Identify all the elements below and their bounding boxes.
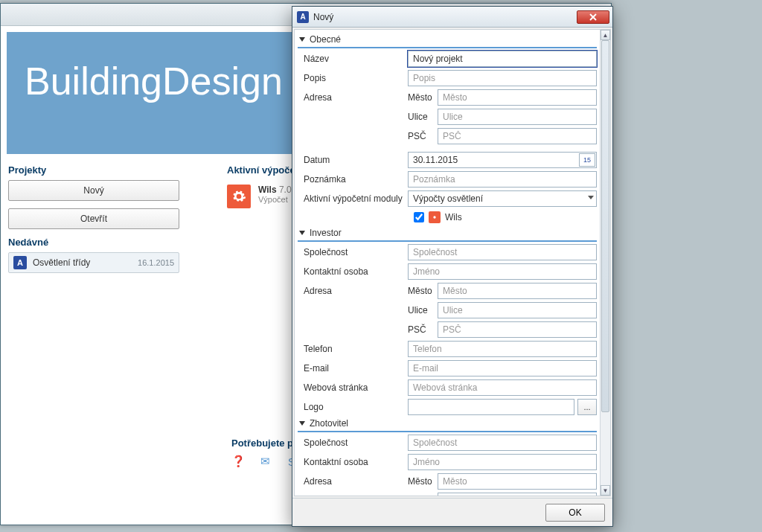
- recent-project-item[interactable]: A Osvětlení třídy 16.1.2015: [8, 252, 179, 273]
- mail-icon[interactable]: ✉: [258, 455, 272, 468]
- datum-input[interactable]: [408, 152, 597, 168]
- new-project-dialog: A Nový Obecné Název Popis Adresa Město: [292, 6, 613, 527]
- group-label: Investor: [310, 228, 342, 238]
- label-adresa: Adresa: [298, 286, 408, 296]
- label-kontakt: Kontaktní osoba: [298, 266, 408, 277]
- dialog-scrollbar[interactable]: ▲ ▼: [600, 30, 610, 496]
- investor-spolecnost-input[interactable]: [408, 244, 597, 260]
- ulice-input[interactable]: [438, 109, 597, 125]
- label-adresa: Adresa: [298, 92, 408, 103]
- close-icon: [589, 13, 597, 21]
- collapse-icon: [299, 421, 305, 426]
- recent-heading: Nedávné: [8, 237, 209, 248]
- label-psc: PSČ: [408, 131, 438, 141]
- poznamka-input[interactable]: [408, 171, 597, 188]
- zhotovitel-kontakt-input[interactable]: [408, 454, 597, 470]
- investor-telefon-input[interactable]: [408, 341, 597, 357]
- collapse-icon: [299, 231, 305, 235]
- group-label: Obecné: [310, 34, 341, 45]
- nazev-input[interactable]: [408, 51, 597, 67]
- label-moduly: Aktivní výpočetní moduly: [298, 193, 408, 204]
- moduly-select[interactable]: Výpočty osvětlení: [408, 190, 597, 207]
- label-adresa: Adresa: [298, 476, 408, 487]
- label-nazev: Název: [298, 54, 408, 64]
- app-logo-icon: A: [297, 11, 309, 23]
- close-button[interactable]: [577, 10, 609, 24]
- wils-icon: [429, 211, 441, 223]
- label-mesto: Město: [408, 286, 438, 296]
- label-psc: PSČ: [408, 324, 438, 335]
- label-mesto: Město: [408, 92, 438, 103]
- gear-icon: [227, 185, 251, 208]
- label-spolecnost: Společnost: [298, 438, 408, 448]
- zhotovitel-ulice-input[interactable]: [438, 493, 597, 496]
- dialog-footer: OK: [292, 498, 612, 526]
- app-logo-icon: A: [13, 256, 27, 269]
- label-telefon: Telefon: [298, 344, 408, 354]
- investor-web-input[interactable]: [408, 379, 597, 396]
- recent-project-date: 16.1.2015: [138, 258, 174, 267]
- label-poznamka: Poznámka: [298, 174, 408, 185]
- mesto-input[interactable]: [438, 89, 597, 106]
- label-logo: Logo: [298, 402, 408, 412]
- label-ulice: Ulice: [408, 112, 438, 122]
- scroll-up-button[interactable]: ▲: [601, 30, 610, 40]
- zhotovitel-spolecnost-input[interactable]: [408, 435, 597, 451]
- investor-email-input[interactable]: [408, 360, 597, 376]
- scroll-thumb[interactable]: [601, 40, 609, 412]
- label-spolecnost: Společnost: [298, 247, 408, 257]
- investor-ulice-input[interactable]: [438, 302, 597, 318]
- help-section: Potřebujete po ❓ ✉ S: [231, 438, 299, 468]
- new-project-button[interactable]: Nový: [8, 180, 179, 201]
- zhotovitel-mesto-input[interactable]: [438, 473, 597, 490]
- recent-project-name: Osvětlení třídy: [33, 257, 90, 268]
- psc-input[interactable]: [438, 128, 597, 144]
- ok-button[interactable]: OK: [545, 504, 605, 522]
- help-icon[interactable]: ❓: [231, 455, 245, 468]
- wils-checkbox[interactable]: [414, 212, 424, 222]
- dialog-title: Nový: [313, 12, 333, 22]
- popis-input[interactable]: [408, 70, 597, 86]
- calendar-icon[interactable]: 15: [579, 153, 595, 167]
- scroll-down-button[interactable]: ▼: [601, 485, 610, 496]
- logo-browse-button[interactable]: ...: [577, 399, 597, 415]
- help-heading: Potřebujete po: [231, 438, 299, 449]
- active-module-name: Wils: [258, 185, 277, 195]
- label-email: E-mail: [298, 363, 408, 374]
- active-module-version: 7.0: [279, 185, 292, 195]
- label-web: Webová stránka: [298, 382, 408, 393]
- label-popis: Popis: [298, 73, 408, 83]
- projects-heading: Projekty: [8, 164, 209, 176]
- label-kontakt: Kontaktní osoba: [298, 457, 408, 467]
- group-header-zhotovitel[interactable]: Zhotovitel: [298, 417, 597, 432]
- group-header-obecne[interactable]: Obecné: [298, 33, 597, 48]
- open-project-button[interactable]: Otevřít: [8, 208, 179, 229]
- investor-psc-input[interactable]: [438, 321, 597, 338]
- label-datum: Datum: [298, 155, 408, 165]
- group-label: Zhotovitel: [310, 418, 348, 429]
- label-mesto: Město: [408, 476, 438, 487]
- dialog-titlebar[interactable]: A Nový: [292, 7, 612, 28]
- investor-logo-input[interactable]: [408, 399, 574, 415]
- group-header-investor[interactable]: Investor: [298, 226, 597, 242]
- collapse-icon: [299, 37, 305, 42]
- label-ulice: Ulice: [408, 305, 438, 315]
- active-module-sub: Výpočet: [258, 195, 292, 204]
- investor-mesto-input[interactable]: [438, 283, 597, 299]
- investor-kontakt-input[interactable]: [408, 263, 597, 280]
- wils-label: Wils: [445, 212, 462, 222]
